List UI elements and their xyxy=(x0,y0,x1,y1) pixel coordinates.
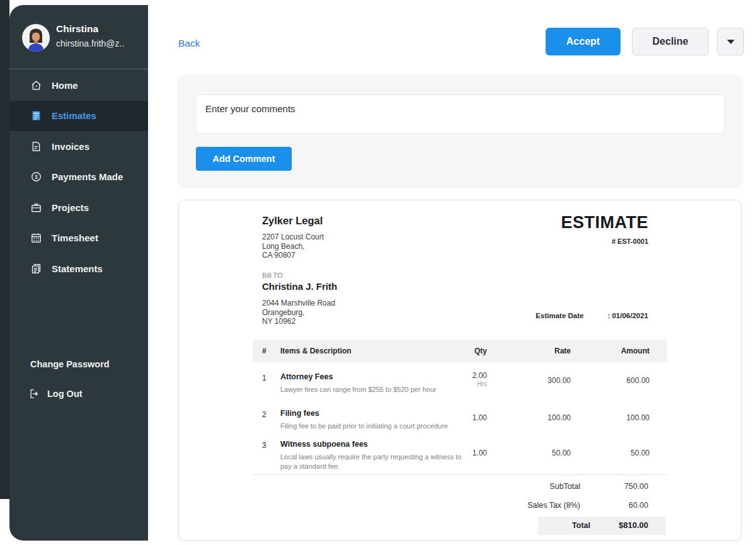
statements-pages-icon xyxy=(30,263,42,275)
estimate-document: Zylker Legal 2207 Locust Court Long Beac… xyxy=(178,200,742,541)
back-link[interactable]: Back xyxy=(178,38,200,49)
sidebar-item-invoices[interactable]: Invoices xyxy=(9,131,148,162)
bill-to-label: Bill TO xyxy=(262,272,283,279)
row-item-name: Witness subpoena fees xyxy=(280,440,368,449)
estimate-date-value: : 01/06/2021 xyxy=(607,312,648,319)
sidebar-item-label: Projects xyxy=(52,202,89,213)
company-address-line: Long Beach, xyxy=(262,242,324,251)
row-item-description: Filing fee to be paid prior to initiatin… xyxy=(280,422,469,431)
row-num: 1 xyxy=(262,374,266,382)
bill-to-name: Christina J. Frith xyxy=(262,281,337,292)
row-qty-unit: Hrs xyxy=(472,381,487,387)
svg-text:$: $ xyxy=(35,174,38,180)
document-number: # EST-0001 xyxy=(612,238,648,245)
invoice-document-icon xyxy=(30,141,42,152)
header-qty: Qty xyxy=(474,347,487,355)
bill-to-address: 2044 Marshville Road Orangeburg, NY 1096… xyxy=(262,299,335,326)
chevron-down-icon xyxy=(727,40,735,44)
tax-row: Sales Tax (8%) 60.00 xyxy=(414,496,666,515)
header-num: # xyxy=(262,347,266,355)
sidebar-item-timesheet[interactable]: Timesheet xyxy=(9,223,148,254)
sidebar-item-label: Payments Made xyxy=(52,171,123,182)
items-table-header: # Items & Description Qty Rate Amount xyxy=(253,340,667,362)
row-rate: 50.00 xyxy=(552,449,571,457)
bill-to-address-line: 2044 Marshville Road xyxy=(262,299,335,308)
bill-to-address-line: Orangeburg, xyxy=(262,308,335,318)
user-profile: Chirstina chirstina.frith@z.. xyxy=(9,5,148,69)
company-address-line: 2207 Locust Court xyxy=(262,232,324,242)
row-qty-value: 2.00 xyxy=(472,371,487,380)
estimate-date-label: Estimate Date xyxy=(536,312,583,319)
company-name: Zylker Legal xyxy=(262,215,323,227)
document-title: ESTIMATE xyxy=(561,213,649,232)
subtotal-label: SubTotal xyxy=(549,482,580,491)
totals-section: SubTotal 750.00 Sales Tax (8%) 60.00 Tot… xyxy=(414,478,666,535)
more-actions-button[interactable] xyxy=(717,28,744,55)
home-icon xyxy=(30,79,42,91)
decline-button[interactable]: Decline xyxy=(632,28,709,55)
bill-to-address-line: NY 10962 xyxy=(262,317,335,326)
projects-briefcase-icon xyxy=(30,202,42,214)
estimates-document-icon xyxy=(30,110,42,122)
user-name: Chirstina xyxy=(56,23,98,35)
row-qty-value: 1.00 xyxy=(472,449,487,457)
row-qty-value: 1.00 xyxy=(472,413,487,422)
row-amount: 100.00 xyxy=(626,413,650,422)
total-row: Total $810.00 xyxy=(414,517,666,535)
comment-input[interactable] xyxy=(196,95,724,134)
row-item-name: Filing fees xyxy=(280,409,319,418)
subtotal-row: SubTotal 750.00 xyxy=(414,478,666,496)
row-rate: 100.00 xyxy=(547,413,571,422)
timesheet-calendar-icon xyxy=(30,232,42,244)
header-items-description: Items & Description xyxy=(280,347,352,355)
sidebar-edge-strip xyxy=(0,0,9,499)
sidebar-item-label: Estimates xyxy=(52,110,96,121)
sidebar-item-home[interactable]: Home xyxy=(9,70,148,101)
tax-value: 60.00 xyxy=(629,501,648,510)
sidebar-item-estimates[interactable]: Estimates xyxy=(9,101,148,132)
comments-panel: Add Comment xyxy=(178,76,742,186)
tax-label: Sales Tax (8%) xyxy=(527,501,580,510)
logout-icon xyxy=(28,388,40,399)
sidebar-item-projects[interactable]: Projects xyxy=(9,192,148,223)
items-table: # Items & Description Qty Rate Amount 1 … xyxy=(253,340,667,362)
row-rate: 300.00 xyxy=(547,376,571,385)
subtotal-value: 750.00 xyxy=(624,482,648,491)
row-item-description: Local laws usually require the party req… xyxy=(280,452,469,471)
row-qty: 2.00Hrs xyxy=(472,371,487,387)
header-amount: Amount xyxy=(621,347,650,355)
table-bottom-divider xyxy=(253,474,667,475)
estimate-date-row: Estimate Date : 01/06/2021 xyxy=(536,312,648,319)
accept-button[interactable]: Accept xyxy=(546,28,621,55)
sidebar-nav: Home Estimates Invoices $ Payments Made xyxy=(9,70,148,284)
sidebar-item-label: Timesheet xyxy=(52,232,98,243)
row-num: 2 xyxy=(262,410,266,419)
sidebar-item-label: Home xyxy=(52,80,78,91)
client-portal-app: Chirstina chirstina.frith@z.. Home Estim… xyxy=(0,0,756,545)
total-label: Total xyxy=(572,521,590,530)
sidebar-item-label: Statements xyxy=(52,263,103,274)
sidebar-item-statements[interactable]: Statements xyxy=(9,253,148,284)
company-address-line: CA 90807 xyxy=(262,251,324,260)
row-amount: 600.00 xyxy=(626,376,650,385)
company-address: 2207 Locust Court Long Beach, CA 90807 xyxy=(262,232,324,260)
total-value: $810.00 xyxy=(619,520,648,530)
change-password-link[interactable]: Change Password xyxy=(30,359,110,369)
row-num: 3 xyxy=(262,441,266,450)
sidebar-item-label: Invoices xyxy=(52,141,89,152)
user-email: chirstina.frith@z.. xyxy=(56,38,124,49)
payments-dollar-icon: $ xyxy=(30,171,42,183)
logout-button[interactable]: Log Out xyxy=(28,388,83,399)
row-item-name: Attorney Fees xyxy=(280,372,333,381)
logout-label: Log Out xyxy=(47,389,83,399)
sidebar: Chirstina chirstina.frith@z.. Home Estim… xyxy=(9,5,148,541)
sidebar-item-payments-made[interactable]: $ Payments Made xyxy=(9,162,148,193)
avatar xyxy=(22,24,50,52)
add-comment-button[interactable]: Add Comment xyxy=(196,147,292,171)
row-amount: 50.00 xyxy=(631,449,650,457)
row-item-description: Lawyer fees can range from $255 to $520 … xyxy=(280,385,469,394)
header-rate: Rate xyxy=(554,347,571,355)
